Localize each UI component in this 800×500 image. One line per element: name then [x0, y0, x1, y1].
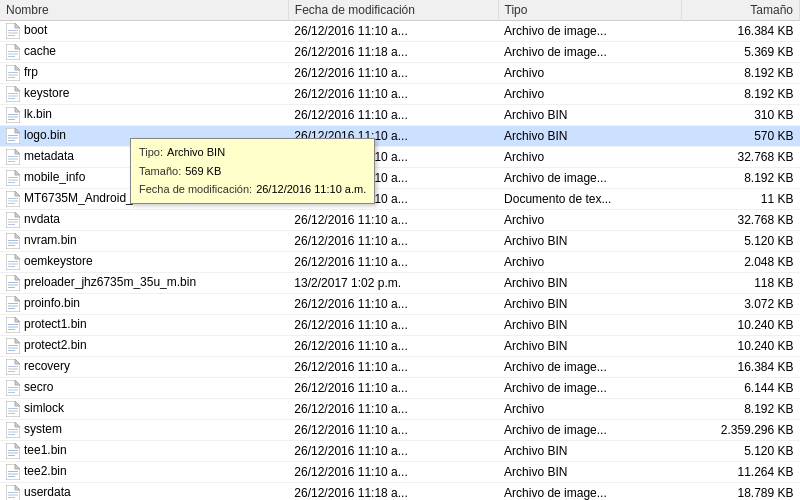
svg-marker-76 — [15, 338, 20, 343]
bin-icon — [6, 233, 20, 249]
table-row[interactable]: tee1.bin26/12/2016 11:10 a...Archivo BIN… — [0, 441, 800, 462]
svg-marker-91 — [15, 401, 20, 406]
file-date-cell: 26/12/2016 11:10 a... — [288, 168, 498, 189]
svg-rect-8 — [8, 54, 18, 55]
file-date-cell: 26/12/2016 11:10 a... — [288, 357, 498, 378]
file-type-cell: Archivo BIN — [498, 336, 681, 357]
svg-rect-103 — [8, 453, 18, 454]
table-row[interactable]: secro26/12/2016 11:10 a...Archivo de ima… — [0, 378, 800, 399]
col-header-date[interactable]: Fecha de modificación — [288, 0, 498, 21]
file-type-cell: Archivo BIN — [498, 126, 681, 147]
table-row[interactable]: tee2.bin26/12/2016 11:10 a...Archivo BIN… — [0, 462, 800, 483]
table-row[interactable]: lk.bin26/12/2016 11:10 a...Archivo BIN31… — [0, 105, 800, 126]
file-date-cell: 26/12/2016 11:10 a... — [288, 105, 498, 126]
file-icon — [6, 65, 20, 81]
file-size-cell: 8.192 KB — [682, 168, 800, 189]
file-name-cell: tee2.bin — [0, 462, 288, 483]
svg-rect-33 — [8, 159, 18, 160]
svg-rect-113 — [8, 495, 18, 496]
svg-rect-89 — [8, 392, 15, 393]
table-row[interactable]: oemkeystore26/12/2016 11:10 a...Archivo2… — [0, 252, 800, 273]
file-icon — [6, 422, 20, 438]
file-icon — [6, 86, 20, 102]
file-date-cell: 26/12/2016 11:10 a... — [288, 21, 498, 42]
file-name-cell: userdata — [0, 483, 288, 501]
svg-rect-63 — [8, 285, 18, 286]
svg-rect-14 — [8, 77, 15, 78]
svg-marker-41 — [15, 191, 20, 196]
table-row[interactable]: system26/12/2016 11:10 a...Archivo de im… — [0, 420, 800, 441]
table-row[interactable]: cache26/12/2016 11:18 a...Archivo de ima… — [0, 42, 800, 63]
svg-rect-73 — [8, 327, 18, 328]
svg-rect-99 — [8, 434, 15, 435]
svg-rect-108 — [8, 474, 18, 475]
file-type-cell: Archivo de image... — [498, 168, 681, 189]
file-name-cell: logo.bin — [0, 126, 288, 147]
svg-rect-17 — [8, 93, 18, 94]
svg-marker-66 — [15, 296, 20, 301]
file-name-cell: boot — [0, 21, 288, 42]
file-size-cell: 32.768 KB — [682, 147, 800, 168]
svg-rect-74 — [8, 329, 15, 330]
file-type-cell: Archivo de image... — [498, 420, 681, 441]
file-size-cell: 5.120 KB — [682, 441, 800, 462]
table-row[interactable]: metadata26/12/2016 11:10 a...Archivo32.7… — [0, 147, 800, 168]
file-type-cell: Archivo — [498, 399, 681, 420]
file-icon — [6, 254, 20, 270]
svg-rect-93 — [8, 411, 18, 412]
file-type-cell: Archivo de image... — [498, 357, 681, 378]
table-row[interactable]: userdata26/12/2016 11:18 a...Archivo de … — [0, 483, 800, 501]
file-size-cell: 32.768 KB — [682, 210, 800, 231]
table-row[interactable]: nvdata26/12/2016 11:10 a...Archivo32.768… — [0, 210, 800, 231]
txt-icon — [6, 191, 20, 207]
table-row[interactable]: preloader_jhz6735m_35u_m.bin13/2/2017 1:… — [0, 273, 800, 294]
file-icon — [6, 212, 20, 228]
svg-rect-47 — [8, 219, 18, 220]
col-header-name[interactable]: Nombre — [0, 0, 288, 21]
svg-rect-34 — [8, 161, 15, 162]
file-name-cell: lk.bin — [0, 105, 288, 126]
file-name-cell: system — [0, 420, 288, 441]
table-row[interactable]: nvram.bin26/12/2016 11:10 a...Archivo BI… — [0, 231, 800, 252]
file-name-cell: mobile_info — [0, 168, 288, 189]
file-date-cell: 26/12/2016 11:10 a... — [288, 378, 498, 399]
file-name-cell: protect1.bin — [0, 315, 288, 336]
table-row[interactable]: boot26/12/2016 11:10 a...Archivo de imag… — [0, 21, 800, 42]
col-header-type[interactable]: Tipo — [498, 0, 681, 21]
col-header-size[interactable]: Tamaño — [682, 0, 800, 21]
file-date-cell: 26/12/2016 11:10 a... — [288, 84, 498, 105]
file-name-cell: simlock — [0, 399, 288, 420]
file-manager-wrapper: Nombre Fecha de modificación Tipo Tamaño… — [0, 0, 800, 500]
file-list[interactable]: Nombre Fecha de modificación Tipo Tamaño… — [0, 0, 800, 500]
table-row[interactable]: simlock26/12/2016 11:10 a...Archivo8.192… — [0, 399, 800, 420]
table-row[interactable]: logo.bin26/12/2016 11:10 a...Archivo BIN… — [0, 126, 800, 147]
table-row[interactable]: proinfo.bin26/12/2016 11:10 a...Archivo … — [0, 294, 800, 315]
svg-rect-72 — [8, 324, 18, 325]
svg-rect-28 — [8, 138, 18, 139]
file-name-cell: protect2.bin — [0, 336, 288, 357]
svg-rect-62 — [8, 282, 18, 283]
svg-rect-67 — [8, 303, 18, 304]
file-name-cell: tee1.bin — [0, 441, 288, 462]
file-name-cell: recovery — [0, 357, 288, 378]
bin-icon — [6, 338, 20, 354]
svg-rect-12 — [8, 72, 18, 73]
file-type-cell: Archivo — [498, 252, 681, 273]
svg-rect-7 — [8, 51, 18, 52]
svg-rect-97 — [8, 429, 18, 430]
svg-rect-64 — [8, 287, 15, 288]
file-type-cell: Archivo de image... — [498, 42, 681, 63]
svg-rect-98 — [8, 432, 18, 433]
table-row[interactable]: protect2.bin26/12/2016 11:10 a...Archivo… — [0, 336, 800, 357]
table-row[interactable]: mobile_info26/12/2016 11:10 a...Archivo … — [0, 168, 800, 189]
svg-marker-86 — [15, 380, 20, 385]
table-row[interactable]: protect1.bin26/12/2016 11:10 a...Archivo… — [0, 315, 800, 336]
file-size-cell: 16.384 KB — [682, 357, 800, 378]
svg-marker-46 — [15, 212, 20, 217]
table-row[interactable]: frp26/12/2016 11:10 a...Archivo8.192 KB — [0, 63, 800, 84]
table-row[interactable]: keystore26/12/2016 11:10 a...Archivo8.19… — [0, 84, 800, 105]
file-size-cell: 10.240 KB — [682, 315, 800, 336]
table-row[interactable]: MT6735M_Android_...26/12/2016 11:10 a...… — [0, 189, 800, 210]
file-type-cell: Archivo de image... — [498, 378, 681, 399]
table-row[interactable]: recovery26/12/2016 11:10 a...Archivo de … — [0, 357, 800, 378]
